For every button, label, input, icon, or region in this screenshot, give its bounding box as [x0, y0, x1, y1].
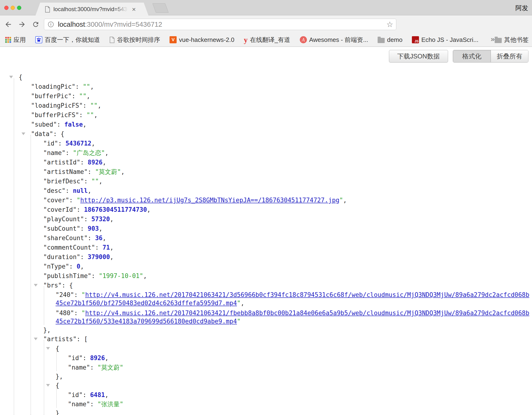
bookmark-google-sort[interactable]: 谷歌按时间排序: [109, 36, 160, 44]
json-punctuation: ,: [121, 168, 125, 175]
bookmarks-overflow-chevron[interactable]: »: [491, 35, 495, 43]
json-punctuation: ,: [143, 272, 147, 280]
json-punctuation: {: [19, 74, 22, 81]
json-line: "id": 8926,: [68, 353, 109, 363]
bookmark-apps[interactable]: 应用: [5, 36, 26, 44]
json-string: ": [237, 299, 241, 307]
new-tab-button[interactable]: [152, 3, 169, 13]
json-punctuation: ,: [80, 263, 84, 270]
other-bookmarks[interactable]: 其他书签: [495, 36, 529, 44]
bookmark-baidu[interactable]: 百度一下，你就知道: [35, 36, 100, 44]
json-link[interactable]: 45ce72b1f560/bf2750483ed02d4c6263dffefa5…: [56, 299, 237, 307]
bookmark-demo[interactable]: demo: [378, 36, 402, 44]
bookmark-awesomes[interactable]: A Awesomes - 前端资...: [300, 36, 368, 44]
collapse-toggle-icon[interactable]: [34, 338, 38, 340]
bookmark-youdao[interactable]: y 在线翻译_有道: [244, 36, 290, 44]
json-line: "data": {: [31, 129, 64, 139]
profile-name[interactable]: 阿发: [515, 4, 528, 12]
json-line: "loadingPic": "",: [31, 82, 94, 91]
json-line: 45ce72b1f560/533e4183a709699d566180ed0cd…: [56, 317, 241, 326]
json-key: "artistId": [43, 159, 80, 166]
json-number: 903: [88, 225, 99, 232]
download-json-button[interactable]: 下载JSON数据: [389, 50, 448, 62]
json-punctuation: :: [58, 140, 66, 147]
json-link[interactable]: 45ce72b1f560/533e4183a709699d566180ed0cd…: [56, 318, 237, 325]
collapse-toggle-icon[interactable]: [34, 284, 38, 287]
json-link[interactable]: http://p3.music.126.net/ijUg7s_2S8GMbTNs…: [80, 197, 340, 204]
json-link[interactable]: http://v4.music.126.net/20170421063421/f…: [85, 309, 529, 317]
json-punctuation: ,: [88, 187, 92, 194]
json-line: "bufferPic": "",: [31, 91, 90, 101]
json-number: 6481: [90, 391, 105, 398]
json-string: ": [82, 291, 85, 298]
json-punctuation: :: [95, 244, 102, 251]
json-number: 18676304511774730: [84, 206, 147, 213]
back-button[interactable]: [4, 20, 13, 29]
json-string: "广岛之恋": [73, 149, 105, 156]
url-text[interactable]: localhost:3000/mv?mvid=5436712: [58, 19, 162, 30]
format-button[interactable]: 格式化: [453, 50, 491, 62]
json-string: "": [79, 93, 86, 100]
json-key: "id": [68, 354, 83, 362]
json-punctuation: :: [83, 391, 90, 398]
reload-button[interactable]: [31, 20, 40, 29]
json-punctuation: ,: [86, 93, 90, 100]
window-zoom-icon[interactable]: [17, 6, 21, 10]
json-key: "subCount": [43, 225, 80, 232]
json-line: "coverId": 18676304511774730,: [43, 205, 151, 214]
json-key: "data": [31, 130, 53, 137]
forward-arrow-icon: [18, 20, 26, 29]
active-tab[interactable]: localhost:3000/mv?mvid=5436712 ×: [36, 3, 149, 16]
json-line: "publishTime": "1997-10-01",: [43, 271, 147, 281]
json-punctuation: ,: [102, 234, 106, 241]
json-punctuation: ,: [99, 178, 103, 185]
json-line: "shareCount": 36,: [43, 233, 106, 243]
collapse-toggle-icon[interactable]: [21, 133, 25, 135]
page-info-icon[interactable]: i: [48, 21, 54, 27]
address-bar-row: i localhost:3000/mv?mvid=5436712 ☆ V 英en…: [0, 16, 532, 33]
json-string: "": [90, 102, 97, 109]
forward-button[interactable]: [18, 20, 27, 29]
json-punctuation: },: [43, 327, 51, 334]
collapse-all-button[interactable]: 折叠所有: [491, 50, 528, 62]
json-key: "480": [56, 309, 74, 317]
json-line: },: [56, 372, 63, 381]
bookmark-echojs[interactable]: JS Echo JS - JavaScri...: [412, 36, 478, 44]
json-punctuation: :: [69, 197, 76, 204]
json-string: "": [83, 83, 90, 90]
url-bar[interactable]: i localhost:3000/mv?mvid=5436712 ☆: [44, 19, 396, 30]
json-punctuation: ,: [110, 253, 114, 261]
json-punctuation: :: [66, 149, 73, 156]
json-key: "bufferPicFS": [31, 111, 79, 118]
json-string: ": [82, 309, 85, 317]
json-key: "desc": [43, 187, 66, 194]
bookmark-star-icon[interactable]: ☆: [386, 19, 393, 30]
window-close-icon[interactable]: [4, 6, 9, 10]
json-line: "name": "广岛之恋",: [43, 148, 109, 158]
json-line: 45ce72b1f560/bf2750483ed02d4c6263dffefa5…: [56, 298, 244, 308]
bookmark-vue-hackernews[interactable]: V vue-hackernews-2.0: [170, 36, 234, 44]
collapse-toggle-icon[interactable]: [9, 76, 13, 78]
json-number: 0: [76, 263, 80, 270]
json-line: "480": "http://v4.music.126.net/20170421…: [56, 308, 529, 318]
tab-strip: localhost:3000/mv?mvid=5436712 × 阿发: [0, 0, 532, 15]
json-string: "": [92, 178, 99, 185]
json-punctuation: : {: [62, 282, 73, 289]
vue-hn-icon: V: [170, 36, 177, 43]
collapse-toggle-icon[interactable]: [46, 384, 50, 386]
json-punctuation: ,: [110, 244, 114, 251]
json-punctuation: ,: [90, 83, 94, 90]
json-key: "bufferPic": [31, 93, 72, 100]
json-punctuation: :: [57, 121, 64, 128]
window-minimize-icon[interactable]: [11, 6, 15, 10]
json-string: ": [76, 197, 80, 204]
collapse-toggle-icon[interactable]: [46, 347, 50, 350]
json-number: 71: [102, 244, 110, 251]
url-host: localhost: [58, 20, 85, 28]
json-punctuation: ,: [98, 102, 101, 109]
json-line: "name": "莫文蔚": [68, 363, 124, 372]
json-link[interactable]: http://v4.music.126.net/20170421063421/3…: [85, 291, 529, 298]
json-key: "artistName": [43, 168, 88, 175]
tab-close-icon[interactable]: ×: [132, 6, 136, 13]
tree-guide-line: [44, 340, 44, 415]
